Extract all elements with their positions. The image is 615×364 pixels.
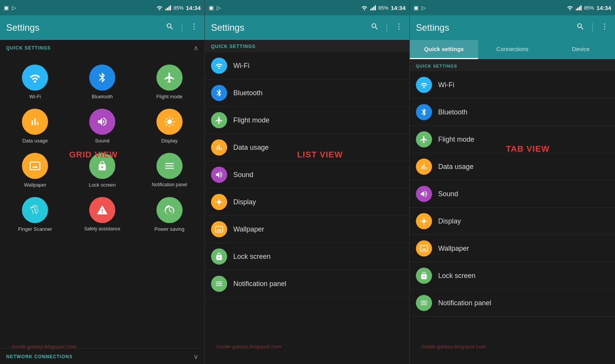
sound-label: Sound xyxy=(95,138,110,144)
svg-rect-1 xyxy=(167,8,168,10)
tab-list-lockscreen[interactable]: Lock screen xyxy=(410,262,615,290)
list-item-lockscreen[interactable]: Lock screen xyxy=(205,243,409,270)
search-icon-3[interactable] xyxy=(576,22,585,33)
grid-item-flight[interactable]: Flight mode xyxy=(137,61,201,103)
data-list-icon xyxy=(211,139,227,156)
wallpaper-list-label: Wallpaper xyxy=(233,225,264,233)
wallpaper-tab-icon xyxy=(416,240,432,256)
lock-list-icon xyxy=(211,248,227,265)
tab-list-wifi[interactable]: Wi-Fi xyxy=(410,71,615,99)
tab-connections[interactable]: Connections xyxy=(478,40,547,59)
svg-point-11 xyxy=(399,23,400,25)
display-tab-icon xyxy=(416,213,432,229)
quick-settings-header-2[interactable]: QUICK SETTINGS xyxy=(205,40,409,52)
app-bar-icons-3 xyxy=(576,22,609,33)
svg-rect-10 xyxy=(375,5,376,10)
display-circle-icon xyxy=(156,109,183,135)
tab-list-sound[interactable]: Sound xyxy=(410,180,615,208)
app-title-3: Settings xyxy=(416,22,449,33)
bluetooth-tab-label: Bluetooth xyxy=(438,108,467,116)
display-list-label: Display xyxy=(233,198,256,206)
bluetooth-tab-icon xyxy=(416,104,432,120)
data-label: Data usage xyxy=(22,138,48,144)
list-item-flight[interactable]: Flight mode xyxy=(205,107,409,134)
tab-list-scroll: Wi-Fi Bluetooth Flight mode Data usage S… xyxy=(410,71,615,364)
status-bar-right-2: 85% 14:34 xyxy=(361,5,406,11)
quick-settings-label-2: QUICK SETTINGS xyxy=(211,44,256,49)
list-scroll: Wi-Fi Bluetooth Flight mode Data usage S… xyxy=(205,52,409,364)
battery-3: 85% xyxy=(584,5,594,11)
notification-list-icon xyxy=(211,276,227,292)
quick-settings-subsection: QUICK SETTINGS xyxy=(410,59,615,71)
screen-icon-2: ▣ xyxy=(209,5,214,11)
grid-item-bluetooth[interactable]: Bluetooth xyxy=(70,61,135,103)
signal-icon-2 xyxy=(370,5,376,10)
signal-icon-1 xyxy=(165,5,171,10)
quick-settings-header-1[interactable]: QUICK SETTINGS ∧ xyxy=(0,40,204,55)
more-icon-2[interactable] xyxy=(395,22,403,33)
display-tab-label: Display xyxy=(438,217,461,225)
lock-list-label: Lock screen xyxy=(233,253,271,261)
sound-list-icon xyxy=(211,167,227,183)
tab-list-flight[interactable]: Flight mode xyxy=(410,126,615,153)
time-1: 14:34 xyxy=(186,5,201,11)
wifi-tab-label: Wi-Fi xyxy=(438,81,454,89)
list-item-data[interactable]: Data usage xyxy=(205,134,409,161)
list-item-wifi[interactable]: Wi-Fi xyxy=(205,52,409,79)
fingerprint-label: Finger Scanner xyxy=(18,226,52,232)
list-item-bluetooth[interactable]: Bluetooth xyxy=(205,79,409,107)
wallpaper-label: Wallpaper xyxy=(24,182,46,188)
svg-point-5 xyxy=(194,26,195,27)
app-bar-1: Settings xyxy=(0,15,204,40)
svg-rect-2 xyxy=(168,7,170,10)
tab-list-notification[interactable]: Notification panel xyxy=(410,290,615,317)
play-icon-2: ▷ xyxy=(217,5,221,11)
sound-circle-icon xyxy=(89,109,115,135)
flight-tab-label: Flight mode xyxy=(438,136,474,144)
notification-list-label: Notification panel xyxy=(233,280,286,288)
flight-label: Flight mode xyxy=(156,94,183,99)
svg-point-20 xyxy=(604,28,605,30)
lockscreen-label: Lock screen xyxy=(89,182,116,188)
search-icon-2[interactable] xyxy=(371,22,379,33)
wifi-icon-1 xyxy=(156,5,163,10)
list-item-notification[interactable]: Notification panel xyxy=(205,270,409,298)
flight-list-label: Flight mode xyxy=(233,116,269,124)
time-2: 14:34 xyxy=(391,5,406,11)
tab-device[interactable]: Device xyxy=(547,40,615,59)
grid-item-safety[interactable]: Safety assistance xyxy=(70,194,135,235)
grid-item-display[interactable]: Display xyxy=(137,106,201,147)
list-item-display[interactable]: Display xyxy=(205,189,409,216)
tab-quick-settings[interactable]: Quick settings xyxy=(410,40,478,59)
network-section-header[interactable]: NETWORK CONNECTIONS ∨ xyxy=(0,348,204,364)
wallpaper-circle-icon xyxy=(22,153,48,179)
list-item-wallpaper[interactable]: Wallpaper xyxy=(205,216,409,243)
grid-item-wifi[interactable]: Wi-Fi xyxy=(3,61,67,103)
grid-item-sound[interactable]: Sound xyxy=(70,106,135,147)
data-tab-label: Data usage xyxy=(438,163,474,171)
grid-item-notification[interactable]: Notification panel xyxy=(137,150,201,191)
safety-circle-icon xyxy=(89,197,115,223)
notification-tab-label: Notification panel xyxy=(438,299,491,307)
play-icon-3: ▷ xyxy=(422,5,426,11)
lock-tab-label: Lock screen xyxy=(438,272,475,280)
tab-list-display[interactable]: Display xyxy=(410,208,615,235)
tab-list-bluetooth[interactable]: Bluetooth xyxy=(410,99,615,126)
more-icon-3[interactable] xyxy=(600,22,609,33)
app-bar-icons-2 xyxy=(371,22,403,33)
search-icon-1[interactable] xyxy=(166,22,174,33)
list-item-sound[interactable]: Sound xyxy=(205,161,409,189)
status-bar-2: ▣ ▷ 85% 14:34 xyxy=(205,0,409,15)
grid-item-fingerprint[interactable]: Finger Scanner xyxy=(3,194,67,235)
tab-list-wallpaper[interactable]: Wallpaper xyxy=(410,235,615,262)
more-icon-1[interactable] xyxy=(190,22,198,33)
tab-list-data[interactable]: Data usage xyxy=(410,153,615,180)
grid-item-power[interactable]: Power saving xyxy=(137,194,201,235)
status-bar-left-1: ▣ ▷ xyxy=(4,5,16,11)
grid-item-wallpaper[interactable]: Wallpaper xyxy=(3,150,67,191)
grid-item-data[interactable]: Data usage xyxy=(3,106,67,147)
grid-item-lockscreen[interactable]: Lock screen xyxy=(70,150,135,191)
svg-rect-14 xyxy=(576,9,577,10)
wifi-label: Wi-Fi xyxy=(29,94,41,99)
sound-tab-icon xyxy=(416,186,432,202)
